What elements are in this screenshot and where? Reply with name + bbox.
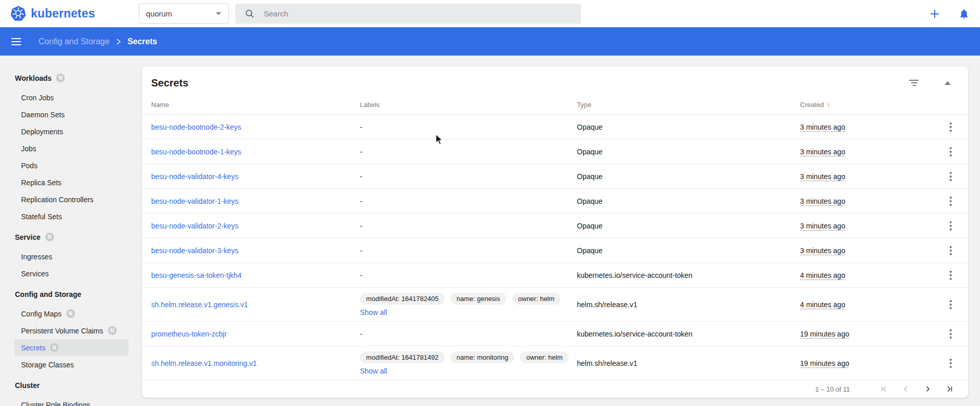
secret-name-link[interactable]: besu-node-validator-2-keys bbox=[151, 222, 239, 230]
sidebar-item-label: Secrets bbox=[21, 344, 45, 352]
secret-name-link[interactable]: besu-genesis-sa-token-tjkh4 bbox=[151, 271, 242, 279]
sidebar-item-cluster-role-bindings[interactable]: Cluster Role Bindings bbox=[0, 396, 135, 406]
row-actions-button[interactable] bbox=[946, 194, 956, 208]
sidebar-item-secrets[interactable]: SecretsN bbox=[14, 339, 129, 356]
label-chip: owner: helm bbox=[520, 351, 569, 363]
secret-name-link[interactable]: besu-node-validator-4-keys bbox=[151, 172, 239, 181]
secret-name-link[interactable]: sh.helm.release.v1.genesis.v1 bbox=[151, 301, 248, 309]
row-menu-cell bbox=[916, 219, 968, 233]
column-header-labels: Labels bbox=[360, 101, 577, 109]
sidebar-item-deployments[interactable]: Deployments bbox=[0, 123, 135, 140]
sidebar-group-config-and-storage[interactable]: Config and Storage bbox=[0, 286, 135, 303]
labels-empty: - bbox=[360, 246, 362, 255]
secret-name-link[interactable]: besu-node-bootnode-2-keys bbox=[151, 123, 241, 131]
table-row: besu-node-bootnode-2-keys-Opaque3 minute… bbox=[142, 115, 968, 139]
created-time: 19 minutes ago bbox=[800, 330, 849, 338]
kubernetes-logo[interactable]: kubernetes bbox=[10, 6, 95, 21]
type-cell: kubernetes.io/service-account-token bbox=[577, 330, 800, 338]
breadcrumb-current: Secrets bbox=[128, 37, 157, 46]
search-input[interactable] bbox=[264, 9, 552, 18]
first-page-button[interactable] bbox=[874, 381, 895, 397]
pagination-range: 1 – 10 of 11 bbox=[815, 385, 850, 393]
created-cell: 3 minutes ago bbox=[800, 148, 916, 156]
secret-name-link[interactable]: prometheus-token-zcbjr bbox=[151, 330, 227, 338]
collapse-card-button[interactable] bbox=[942, 79, 953, 87]
label-chips: modifiedAt: 1641782405name: genesisowner… bbox=[360, 293, 577, 305]
new-badge: N bbox=[66, 309, 75, 318]
sidebar-item-label: Replication Controllers bbox=[21, 196, 94, 204]
sidebar-group-cluster[interactable]: Cluster bbox=[0, 377, 135, 394]
secret-type: Opaque bbox=[577, 222, 603, 230]
sidebar-group-label: Service bbox=[15, 233, 41, 241]
row-actions-button[interactable] bbox=[946, 219, 956, 233]
labels-empty: - bbox=[360, 123, 362, 131]
label-chip: name: genesis bbox=[450, 293, 506, 305]
show-all-link[interactable]: Show all bbox=[360, 308, 387, 316]
sidebar-item-label: Daemon Sets bbox=[21, 111, 65, 119]
row-actions-button[interactable] bbox=[946, 268, 956, 283]
row-actions-button[interactable] bbox=[946, 327, 956, 341]
secret-name-link[interactable]: besu-node-validator-1-keys bbox=[151, 197, 239, 205]
row-menu-cell bbox=[916, 297, 968, 312]
hamburger-menu-button[interactable] bbox=[11, 38, 21, 45]
filter-list-icon bbox=[909, 80, 919, 86]
sidebar-item-storage-classes[interactable]: Storage Classes bbox=[0, 356, 135, 373]
sidebar-item-label: Jobs bbox=[21, 145, 37, 153]
sidebar-item-services[interactable]: Services bbox=[0, 265, 135, 282]
row-actions-button[interactable] bbox=[946, 169, 956, 184]
created-time: 3 minutes ago bbox=[800, 148, 845, 156]
show-all-link[interactable]: Show all bbox=[360, 367, 387, 375]
name-cell: besu-node-validator-1-keys bbox=[142, 197, 360, 205]
created-cell: 3 minutes ago bbox=[800, 172, 916, 181]
sidebar-item-ingresses[interactable]: Ingresses bbox=[0, 248, 135, 265]
sidebar-item-persistent-volume-claims[interactable]: Persistent Volume ClaimsN bbox=[0, 322, 135, 339]
labels-cell: - bbox=[360, 246, 577, 255]
secret-type: Opaque bbox=[577, 197, 603, 205]
row-actions-button[interactable] bbox=[946, 356, 956, 370]
sidebar-item-cron-jobs[interactable]: Cron Jobs bbox=[0, 89, 135, 106]
filter-button[interactable] bbox=[907, 78, 921, 88]
sidebar-group-workloads[interactable]: WorkloadsN bbox=[0, 69, 135, 86]
created-cell: 3 minutes ago bbox=[800, 197, 916, 205]
sidebar-section: ServiceNIngressesServices bbox=[0, 228, 135, 282]
secret-name-link[interactable]: sh.helm.release.v1.monitoring.v1 bbox=[151, 359, 257, 367]
chevron-right-icon bbox=[116, 38, 121, 45]
kebab-vertical-dots-icon bbox=[950, 147, 952, 156]
page-title: Secrets bbox=[151, 77, 188, 89]
previous-page-button[interactable] bbox=[895, 381, 917, 397]
sidebar-item-label: Cluster Role Bindings bbox=[21, 401, 90, 406]
sidebar-item-pods[interactable]: Pods bbox=[0, 157, 135, 174]
secret-name-link[interactable]: besu-node-bootnode-1-keys bbox=[151, 148, 241, 156]
sidebar-item-config-maps[interactable]: Config MapsN bbox=[0, 305, 135, 322]
search-bar[interactable] bbox=[235, 4, 581, 24]
table-row: sh.helm.release.v1.monitoring.v1modified… bbox=[142, 346, 968, 380]
new-badge: N bbox=[45, 233, 54, 241]
sidebar-group-service[interactable]: ServiceN bbox=[0, 228, 135, 245]
column-header-created[interactable]: Created↑ bbox=[800, 101, 916, 109]
namespace-select[interactable]: quorum bbox=[139, 3, 229, 24]
create-resource-button[interactable] bbox=[928, 7, 941, 21]
column-header-name[interactable]: Name bbox=[142, 101, 360, 109]
sidebar-item-daemon-sets[interactable]: Daemon Sets bbox=[0, 106, 135, 123]
sidebar-item-replica-sets[interactable]: Replica Sets bbox=[0, 174, 135, 191]
secret-type: helm.sh/release.v1 bbox=[577, 359, 638, 367]
row-actions-button[interactable] bbox=[946, 297, 956, 312]
kebab-vertical-dots-icon bbox=[950, 246, 952, 255]
next-page-button[interactable] bbox=[917, 381, 938, 397]
created-cell: 3 minutes ago bbox=[800, 246, 916, 255]
notifications-button[interactable] bbox=[957, 7, 971, 21]
sidebar-item-jobs[interactable]: Jobs bbox=[0, 140, 135, 157]
type-cell: Opaque bbox=[577, 172, 800, 181]
table-body: besu-node-bootnode-2-keys-Opaque3 minute… bbox=[142, 115, 968, 380]
row-actions-button[interactable] bbox=[946, 120, 956, 134]
sidebar-item-stateful-sets[interactable]: Stateful Sets bbox=[0, 208, 135, 225]
last-page-button[interactable] bbox=[938, 381, 960, 397]
row-actions-button[interactable] bbox=[946, 145, 956, 159]
name-cell: besu-node-validator-2-keys bbox=[142, 222, 360, 230]
row-actions-button[interactable] bbox=[946, 243, 956, 258]
labels-cell: modifiedAt: 1641781492name: monitoringow… bbox=[360, 351, 577, 375]
sidebar-section: WorkloadsNCron JobsDaemon SetsDeployment… bbox=[0, 69, 135, 225]
breadcrumb-parent-link[interactable]: Config and Storage bbox=[39, 37, 110, 46]
sidebar-item-replication-controllers[interactable]: Replication Controllers bbox=[0, 191, 135, 208]
secret-name-link[interactable]: besu-node-validator-3-keys bbox=[151, 246, 239, 255]
